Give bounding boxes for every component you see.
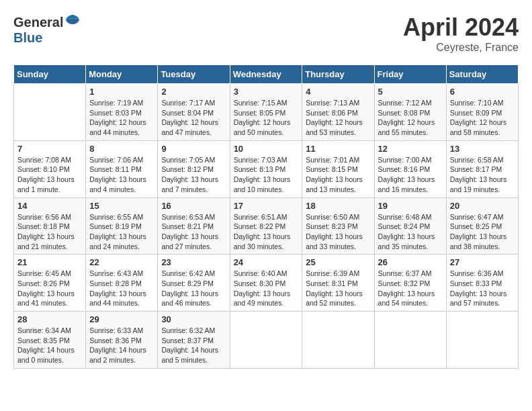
calendar-cell: 6Sunrise: 7:10 AMSunset: 8:09 PMDaylight… (446, 84, 518, 141)
day-number: 29 (89, 314, 154, 324)
day-number: 30 (161, 314, 226, 324)
calendar-cell: 1Sunrise: 7:19 AMSunset: 8:03 PMDaylight… (86, 84, 158, 141)
day-number: 26 (378, 257, 443, 267)
day-info: Sunrise: 6:43 AMSunset: 8:28 PMDaylight:… (89, 269, 154, 308)
day-number: 21 (17, 257, 82, 267)
day-info: Sunrise: 6:45 AMSunset: 8:26 PMDaylight:… (17, 269, 82, 308)
calendar-cell: 23Sunrise: 6:42 AMSunset: 8:29 PMDayligh… (158, 255, 230, 312)
calendar-cell (446, 312, 518, 369)
calendar-cell: 25Sunrise: 6:39 AMSunset: 8:31 PMDayligh… (302, 255, 374, 312)
day-info: Sunrise: 7:01 AMSunset: 8:15 PMDaylight:… (306, 155, 370, 195)
calendar-header: SundayMondayTuesdayWednesdayThursdayFrid… (14, 65, 519, 84)
day-number: 20 (450, 201, 515, 211)
day-info: Sunrise: 7:15 AMSunset: 8:05 PMDaylight:… (234, 98, 299, 138)
day-info: Sunrise: 6:32 AMSunset: 8:37 PMDaylight:… (161, 326, 226, 365)
day-info: Sunrise: 7:08 AMSunset: 8:10 PMDaylight:… (17, 155, 82, 195)
calendar-cell: 30Sunrise: 6:32 AMSunset: 8:37 PMDayligh… (158, 312, 230, 369)
calendar-body: 1Sunrise: 7:19 AMSunset: 8:03 PMDaylight… (14, 84, 519, 369)
day-info: Sunrise: 6:50 AMSunset: 8:23 PMDaylight:… (306, 212, 370, 252)
calendar-cell: 3Sunrise: 7:15 AMSunset: 8:05 PMDaylight… (230, 84, 302, 141)
header-day-wednesday: Wednesday (230, 65, 302, 84)
day-info: Sunrise: 6:58 AMSunset: 8:17 PMDaylight:… (450, 155, 515, 195)
calendar-cell (374, 312, 446, 369)
calendar-cell: 16Sunrise: 6:53 AMSunset: 8:21 PMDayligh… (158, 197, 230, 255)
calendar-cell: 13Sunrise: 6:58 AMSunset: 8:17 PMDayligh… (446, 140, 518, 197)
day-number: 14 (17, 201, 82, 211)
day-info: Sunrise: 6:48 AMSunset: 8:24 PMDaylight:… (378, 212, 443, 252)
day-number: 5 (378, 87, 443, 97)
day-number: 1 (89, 87, 154, 97)
week-row-3: 14Sunrise: 6:56 AMSunset: 8:18 PMDayligh… (14, 197, 519, 255)
day-info: Sunrise: 7:06 AMSunset: 8:11 PMDaylight:… (89, 155, 154, 195)
day-info: Sunrise: 7:10 AMSunset: 8:09 PMDaylight:… (450, 98, 515, 138)
day-info: Sunrise: 6:34 AMSunset: 8:35 PMDaylight:… (17, 326, 82, 365)
day-number: 11 (306, 144, 370, 154)
week-row-2: 7Sunrise: 7:08 AMSunset: 8:10 PMDaylight… (14, 140, 519, 197)
day-number: 13 (450, 144, 515, 154)
day-number: 24 (234, 257, 299, 267)
week-row-5: 28Sunrise: 6:34 AMSunset: 8:35 PMDayligh… (14, 312, 519, 369)
calendar-cell: 9Sunrise: 7:05 AMSunset: 8:12 PMDaylight… (158, 140, 230, 197)
calendar-cell: 22Sunrise: 6:43 AMSunset: 8:28 PMDayligh… (86, 255, 158, 312)
day-number: 8 (89, 144, 154, 154)
day-number: 28 (17, 314, 82, 324)
day-number: 12 (378, 144, 443, 154)
calendar-cell: 2Sunrise: 7:17 AMSunset: 8:04 PMDaylight… (158, 84, 230, 141)
logo-bird-icon (64, 13, 81, 27)
logo-general: General (13, 15, 63, 30)
day-info: Sunrise: 7:05 AMSunset: 8:12 PMDaylight:… (161, 155, 226, 195)
calendar-cell: 21Sunrise: 6:45 AMSunset: 8:26 PMDayligh… (14, 255, 86, 312)
day-info: Sunrise: 6:53 AMSunset: 8:21 PMDaylight:… (161, 212, 226, 252)
calendar-cell: 20Sunrise: 6:47 AMSunset: 8:25 PMDayligh… (446, 197, 518, 255)
day-number: 27 (450, 257, 515, 267)
calendar-cell: 29Sunrise: 6:33 AMSunset: 8:36 PMDayligh… (86, 312, 158, 369)
day-number: 25 (306, 257, 370, 267)
day-info: Sunrise: 6:55 AMSunset: 8:19 PMDaylight:… (89, 212, 154, 252)
logo: General Blue (13, 13, 81, 46)
day-info: Sunrise: 7:13 AMSunset: 8:06 PMDaylight:… (306, 98, 370, 138)
calendar-cell: 27Sunrise: 6:36 AMSunset: 8:33 PMDayligh… (446, 255, 518, 312)
day-number: 3 (234, 87, 299, 97)
header-day-saturday: Saturday (446, 65, 518, 84)
week-row-1: 1Sunrise: 7:19 AMSunset: 8:03 PMDaylight… (14, 84, 519, 141)
calendar-cell (14, 84, 86, 141)
calendar-cell: 24Sunrise: 6:40 AMSunset: 8:30 PMDayligh… (230, 255, 302, 312)
day-number: 4 (306, 87, 370, 97)
day-number: 6 (450, 87, 515, 97)
day-info: Sunrise: 7:12 AMSunset: 8:08 PMDaylight:… (378, 98, 443, 138)
day-info: Sunrise: 6:47 AMSunset: 8:25 PMDaylight:… (450, 212, 515, 252)
calendar-cell: 8Sunrise: 7:06 AMSunset: 8:11 PMDaylight… (86, 140, 158, 197)
day-info: Sunrise: 7:00 AMSunset: 8:16 PMDaylight:… (378, 155, 443, 195)
day-number: 17 (234, 201, 299, 211)
calendar-cell: 26Sunrise: 6:37 AMSunset: 8:32 PMDayligh… (374, 255, 446, 312)
day-number: 15 (89, 201, 154, 211)
day-number: 7 (17, 144, 82, 154)
calendar-cell: 10Sunrise: 7:03 AMSunset: 8:13 PMDayligh… (230, 140, 302, 197)
day-info: Sunrise: 6:56 AMSunset: 8:18 PMDaylight:… (17, 212, 82, 252)
day-info: Sunrise: 7:03 AMSunset: 8:13 PMDaylight:… (234, 155, 299, 195)
day-number: 10 (234, 144, 299, 154)
week-row-4: 21Sunrise: 6:45 AMSunset: 8:26 PMDayligh… (14, 255, 519, 312)
calendar-table: SundayMondayTuesdayWednesdayThursdayFrid… (13, 64, 519, 369)
logo-text: General Blue (13, 13, 81, 46)
day-number: 9 (161, 144, 226, 154)
day-info: Sunrise: 7:19 AMSunset: 8:03 PMDaylight:… (89, 98, 154, 138)
calendar-cell: 14Sunrise: 6:56 AMSunset: 8:18 PMDayligh… (14, 197, 86, 255)
day-number: 16 (161, 201, 226, 211)
calendar-cell (230, 312, 302, 369)
day-number: 18 (306, 201, 370, 211)
month-title: April 2024 (403, 13, 519, 42)
calendar-cell: 7Sunrise: 7:08 AMSunset: 8:10 PMDaylight… (14, 140, 86, 197)
day-info: Sunrise: 6:37 AMSunset: 8:32 PMDaylight:… (378, 269, 443, 308)
calendar-cell: 5Sunrise: 7:12 AMSunset: 8:08 PMDaylight… (374, 84, 446, 141)
header-day-sunday: Sunday (14, 65, 86, 84)
calendar-cell: 17Sunrise: 6:51 AMSunset: 8:22 PMDayligh… (230, 197, 302, 255)
day-info: Sunrise: 6:33 AMSunset: 8:36 PMDaylight:… (89, 326, 154, 365)
calendar-cell: 19Sunrise: 6:48 AMSunset: 8:24 PMDayligh… (374, 197, 446, 255)
title-block: April 2024 Ceyreste, France (403, 13, 519, 54)
day-info: Sunrise: 7:17 AMSunset: 8:04 PMDaylight:… (161, 98, 226, 138)
day-number: 19 (378, 201, 443, 211)
calendar-cell: 28Sunrise: 6:34 AMSunset: 8:35 PMDayligh… (14, 312, 86, 369)
calendar-cell: 12Sunrise: 7:00 AMSunset: 8:16 PMDayligh… (374, 140, 446, 197)
page-header: General Blue April 2024 Ceyreste, France (13, 13, 519, 54)
